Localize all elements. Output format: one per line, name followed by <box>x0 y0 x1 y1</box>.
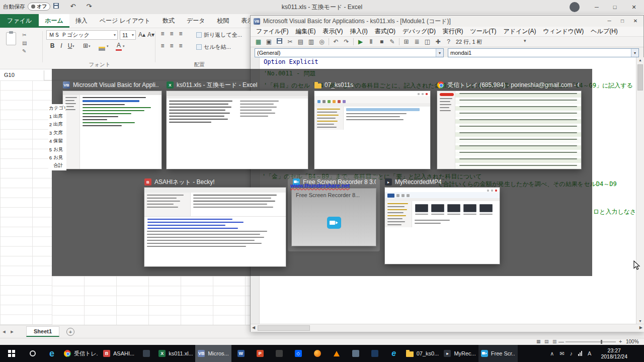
taskbar-button-explorer[interactable]: 07_ks0... <box>404 345 442 362</box>
cell-row[interactable]: 1出席 <box>48 112 66 120</box>
view-excel-icon[interactable]: ▦ <box>255 38 262 45</box>
tab-home[interactable]: ホーム <box>39 14 69 28</box>
taskbar-button-recorder[interactable]: Free Scr... <box>478 345 518 362</box>
menu-help[interactable]: ヘルプ(H) <box>587 27 621 36</box>
edge-button[interactable]: e <box>42 345 61 362</box>
start-button[interactable] <box>0 345 23 362</box>
tab-review[interactable]: 校閲 <box>211 14 235 28</box>
break-icon[interactable]: ‖ <box>367 38 375 45</box>
paste-button[interactable] <box>6 32 16 45</box>
explorer-thumbnail[interactable] <box>314 91 430 169</box>
powerpoint-button[interactable]: P <box>251 345 270 362</box>
insert-userform-icon[interactable]: ▣ <box>265 38 273 45</box>
menu-view[interactable]: 表示(V) <box>319 27 346 36</box>
cut-icon[interactable]: ✂ <box>286 38 294 45</box>
watermark-link[interactable]: www.thundershare.net <box>290 183 350 189</box>
app-gray-button[interactable] <box>346 345 365 362</box>
taskbar-button-becky[interactable]: BASAHI... <box>101 345 137 362</box>
taskbar-button-excel[interactable]: Xks011.xl... <box>156 345 195 362</box>
sheet-tab[interactable]: Sheet1 <box>26 326 59 337</box>
taskbar-button-vba[interactable]: VBMicros... <box>195 345 231 362</box>
add-sheet-button[interactable]: + <box>66 328 74 336</box>
align-right-icon[interactable]: ≡ <box>177 42 185 49</box>
cut-icon[interactable]: ✂ <box>22 32 26 38</box>
zoom-in-button[interactable]: + <box>619 338 622 344</box>
italic-button[interactable]: I <box>57 42 65 49</box>
sheet-grid[interactable] <box>0 80 52 325</box>
vlc-button[interactable] <box>327 345 346 362</box>
vba-thumbnail[interactable] <box>63 91 162 169</box>
align-left-icon[interactable]: ≡ <box>158 42 167 49</box>
app-navy-button[interactable] <box>365 345 384 362</box>
redo-button[interactable]: ↷ <box>84 3 95 10</box>
cell-row[interactable]: 6お見 <box>48 153 66 161</box>
dropbox-button[interactable]: ◇ <box>289 345 308 362</box>
align-bottom-icon[interactable]: ≡ <box>177 30 185 37</box>
becky-thumbnail[interactable] <box>144 188 286 266</box>
procedure-dropdown[interactable]: mondai1▾ <box>448 48 639 57</box>
object-browser-icon[interactable]: ◫ <box>424 38 431 45</box>
menu-debug[interactable]: デバッグ(D) <box>399 27 439 36</box>
font-name-select[interactable]: ＭＳ Ｐゴシック▾ <box>46 30 118 40</box>
myrecorded-thumbnail[interactable] <box>385 188 500 264</box>
toolbox-icon[interactable]: ✚ <box>434 38 442 45</box>
volume-icon[interactable]: ♪ <box>570 350 573 356</box>
tab-insert[interactable]: 挿入 <box>69 14 94 28</box>
close-button[interactable]: ✕ <box>625 0 643 14</box>
taskbar-button-myrec[interactable]: ▸MyRec... <box>441 345 478 362</box>
tab-page-layout[interactable]: ページ レイアウト <box>94 14 156 28</box>
zoom-slider[interactable] <box>566 341 616 342</box>
properties-icon[interactable]: ≣ <box>413 38 421 45</box>
bold-button[interactable]: B <box>48 42 56 49</box>
sheet-grid[interactable] <box>52 276 250 325</box>
object-dropdown[interactable]: (General)▾ <box>255 48 444 57</box>
align-center-icon[interactable]: ≡ <box>168 42 176 49</box>
menu-window[interactable]: ウィンドウ(W) <box>540 27 588 36</box>
undo-button[interactable]: ↶ <box>67 3 78 10</box>
font-size-select[interactable]: 11▾ <box>120 30 136 40</box>
media-app-button[interactable] <box>137 345 156 362</box>
menu-addins[interactable]: アドイン(A) <box>500 27 539 36</box>
tab-data[interactable]: データ <box>181 14 211 28</box>
normal-view-icon[interactable]: ▦ <box>536 339 541 344</box>
vba-minimize-button[interactable]: ─ <box>603 16 615 27</box>
menu-file[interactable]: ファイル(F) <box>253 27 292 36</box>
fill-color-button[interactable] <box>99 42 107 51</box>
help-icon[interactable]: ? <box>445 38 452 45</box>
tool-button[interactable] <box>270 345 289 362</box>
format-painter-icon[interactable]: ✎ <box>22 48 26 54</box>
save-icon[interactable] <box>276 38 283 45</box>
gmail-thumbnail[interactable] <box>437 91 581 169</box>
menu-run[interactable]: 実行(R) <box>439 27 467 36</box>
account-avatar[interactable] <box>570 2 580 12</box>
sheet-nav-right-icon[interactable]: ▸ <box>8 328 16 335</box>
taskbar-button-gmail[interactable]: 受信トレ... <box>61 345 101 362</box>
maximize-button[interactable]: □ <box>606 0 624 14</box>
cell-row[interactable]: 4保留 <box>48 137 66 145</box>
minimize-button[interactable]: ─ <box>588 0 606 14</box>
tab-file[interactable]: ファイル <box>0 14 39 28</box>
vertical-scrollbar[interactable]: ▲ ▼ <box>636 57 644 324</box>
project-explorer-icon[interactable]: ⊞ <box>403 38 410 45</box>
wrap-text-button[interactable]: 折り返して全... <box>196 31 242 39</box>
page-layout-view-icon[interactable]: ▤ <box>544 339 549 344</box>
cell[interactable]: カテゴリ <box>48 104 66 112</box>
network-icon[interactable] <box>578 351 582 356</box>
ime-indicator[interactable]: A <box>588 350 591 356</box>
scroll-down-icon[interactable]: ▼ <box>636 319 644 323</box>
cortana-button[interactable] <box>23 345 42 362</box>
scroll-left-icon[interactable]: ◀ <box>252 325 255 330</box>
menu-insert[interactable]: 挿入(I) <box>346 27 371 36</box>
word-button[interactable]: W <box>231 345 251 362</box>
scroll-right-icon[interactable]: ▶ <box>639 325 642 330</box>
excel-thumbnail[interactable] <box>167 91 308 169</box>
hidden-icons-chevron-icon[interactable]: ∧ <box>550 350 554 357</box>
find-icon[interactable]: ◎ <box>318 38 326 45</box>
page-break-view-icon[interactable]: ▥ <box>552 339 557 344</box>
undo-icon[interactable]: ↶ <box>332 38 340 45</box>
clock[interactable]: 23:27 2018/12/24 <box>597 347 631 359</box>
run-icon[interactable]: ▶ <box>357 38 364 45</box>
menu-tools[interactable]: ツール(T) <box>467 27 500 36</box>
cell-row[interactable]: 2出席 <box>48 121 66 129</box>
horizontal-scrollbar[interactable]: ◀ ▶ <box>251 324 644 332</box>
